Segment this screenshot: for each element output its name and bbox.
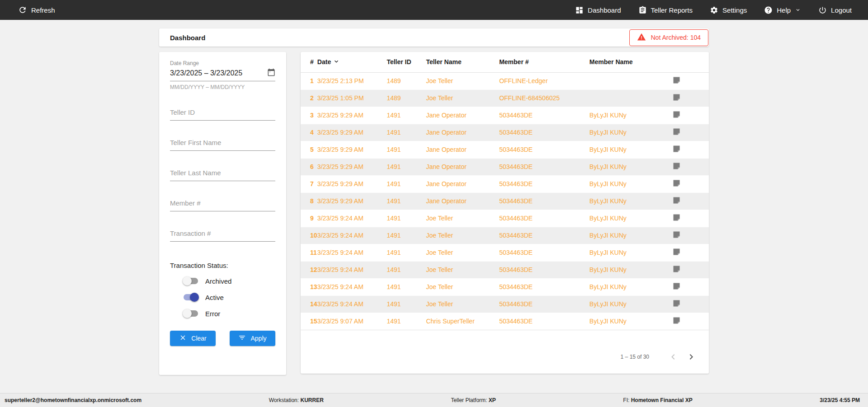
refresh-icon [18,5,27,14]
table-row[interactable]: 10 3/23/25 9:24 AM 1491 Joe Teller 50344… [301,227,709,244]
nav-dashboard[interactable]: Dashboard [575,6,621,14]
status-datetime: 3/23/25 4:55 PM [820,397,860,403]
apply-button[interactable]: Apply [230,331,275,346]
page-header: Dashboard Not Archived: 104 [159,28,709,47]
table-row[interactable]: 12 3/23/25 9:24 AM 1491 Joe Teller 50344… [301,261,709,278]
note-icon[interactable] [672,196,709,206]
status-bar: superteller2@hometownfinancialxp.onmicro… [0,393,868,407]
col-header-note [668,52,709,72]
content-area: Dashboard Not Archived: 104 Date Range 3… [0,20,868,393]
note-icon[interactable] [672,144,709,155]
nav-logout[interactable]: Logout [818,6,852,14]
col-header-member-name[interactable]: Member Name [590,52,668,72]
nav-settings[interactable]: Settings [710,6,747,14]
table-row[interactable]: 13 3/23/25 9:24 AM 1491 Joe Teller 50344… [301,278,709,295]
note-icon[interactable] [672,75,709,86]
note-icon[interactable] [672,281,709,292]
transaction-status-label: Transaction Status: [170,262,275,269]
nav-teller-reports-label: Teller Reports [651,6,693,14]
nav-help[interactable]: Help [764,6,801,14]
next-page-button[interactable] [685,351,697,363]
refresh-label: Refresh [31,6,55,14]
table-row[interactable]: 6 3/23/25 9:29 AM 1491 Jane Operator 503… [301,158,709,175]
table-row[interactable]: 3 3/23/25 9:29 AM 1491 Jane Operator 503… [301,107,709,124]
pagination: 1 – 15 of 30 [621,351,697,363]
close-icon [179,334,187,343]
platform-info: Teller Platform: XP [451,397,495,403]
table-row[interactable]: 14 3/23/25 9:24 AM 1491 Joe Teller 50344… [301,295,709,313]
top-bar: Refresh Dashboard Teller Reports Setting… [0,0,868,20]
table-row[interactable]: 15 3/23/25 9:07 AM 1491 Chris SuperTelle… [301,313,709,330]
filter-icon [238,334,246,343]
note-icon[interactable] [672,178,709,189]
note-icon[interactable] [672,316,709,327]
table-row[interactable]: 1 3/23/25 2:13 PM 1489 Joe Teller OFFLIN… [301,72,709,89]
nav-dashboard-label: Dashboard [588,6,621,14]
transactions-table-card: # Date Teller ID Teller Name Member # Me… [301,52,709,374]
filter-panel: Date Range 3/23/2025 – 3/23/2025 MM/DD/Y… [159,52,286,375]
date-range-field[interactable]: Date Range 3/23/2025 – 3/23/2025 MM/DD/Y… [170,60,275,90]
transactions-table: # Date Teller ID Teller Name Member # Me… [301,52,709,330]
logout-icon [818,6,827,14]
note-icon[interactable] [672,161,709,172]
note-icon[interactable] [672,127,709,138]
calendar-icon[interactable] [267,68,275,78]
toggle-archived[interactable]: Archived [183,276,275,285]
archived-label: Archived [205,277,231,285]
nav-logout-label: Logout [831,6,852,14]
table-row[interactable]: 2 3/23/25 1:05 PM 1489 Joe Teller OFFLIN… [301,89,709,107]
help-icon [764,6,773,14]
active-label: Active [205,294,224,301]
workstation-info: Workstation: KURRER [269,397,324,403]
col-header-teller-id[interactable]: Teller ID [387,52,426,72]
teller-first-name-input[interactable] [170,136,275,151]
col-header-teller-name[interactable]: Teller Name [426,52,499,72]
clear-label: Clear [191,335,206,342]
col-header-date[interactable]: Date [317,52,387,72]
table-row[interactable]: 9 3/23/25 9:24 AM 1491 Joe Teller 503446… [301,210,709,227]
note-icon[interactable] [672,213,709,224]
note-icon[interactable] [672,299,709,309]
toggle-error[interactable]: Error [183,309,275,318]
archived-switch[interactable] [183,276,199,285]
previous-page-button[interactable] [667,351,679,363]
sort-desc-icon [333,58,340,66]
nav-settings-label: Settings [722,6,747,14]
note-icon[interactable] [672,264,709,275]
date-range-label: Date Range [170,60,275,66]
clear-button[interactable]: Clear [170,331,216,346]
note-icon[interactable] [672,93,709,103]
table-row[interactable]: 8 3/23/25 9:29 AM 1491 Jane Operator 503… [301,192,709,210]
table-row[interactable]: 5 3/23/25 9:29 AM 1491 Jane Operator 503… [301,141,709,158]
table-row[interactable]: 4 3/23/25 9:29 AM 1491 Jane Operator 503… [301,124,709,141]
teller-id-input[interactable] [170,106,275,121]
toggle-active[interactable]: Active [183,293,275,302]
note-icon[interactable] [672,110,709,121]
table-row[interactable]: 11 3/23/25 9:24 AM 1491 Joe Teller 50344… [301,244,709,261]
error-switch[interactable] [183,309,199,318]
table-body: 1 3/23/25 2:13 PM 1489 Joe Teller OFFLIN… [301,72,709,330]
refresh-button[interactable]: Refresh [18,5,55,14]
note-icon[interactable] [672,230,709,241]
nav-help-label: Help [777,6,791,14]
col-header-num[interactable]: # [301,52,317,72]
table-row[interactable]: 7 3/23/25 9:29 AM 1491 Jane Operator 503… [301,175,709,192]
dashboard-icon [575,6,584,14]
pagination-range: 1 – 15 of 30 [621,354,649,360]
col-header-member-num[interactable]: Member # [499,52,590,72]
date-range-helper: MM/DD/YYYY – MM/DD/YYYY [170,84,275,90]
teller-last-name-input[interactable] [170,166,275,181]
not-archived-label: Not Archived: 104 [651,34,701,41]
chevron-down-icon [795,7,801,13]
page-title: Dashboard [170,34,205,42]
logged-in-user: superteller2@hometownfinancialxp.onmicro… [5,397,142,403]
nav-teller-reports[interactable]: Teller Reports [638,6,693,14]
date-range-value[interactable]: 3/23/2025 – 3/23/2025 [170,69,242,77]
settings-icon [710,6,718,14]
transaction-number-input[interactable] [170,227,275,242]
not-archived-badge[interactable]: Not Archived: 104 [629,29,708,46]
member-number-input[interactable] [170,196,275,211]
note-icon[interactable] [672,247,709,258]
reports-icon [638,6,647,14]
active-switch[interactable] [183,293,199,302]
